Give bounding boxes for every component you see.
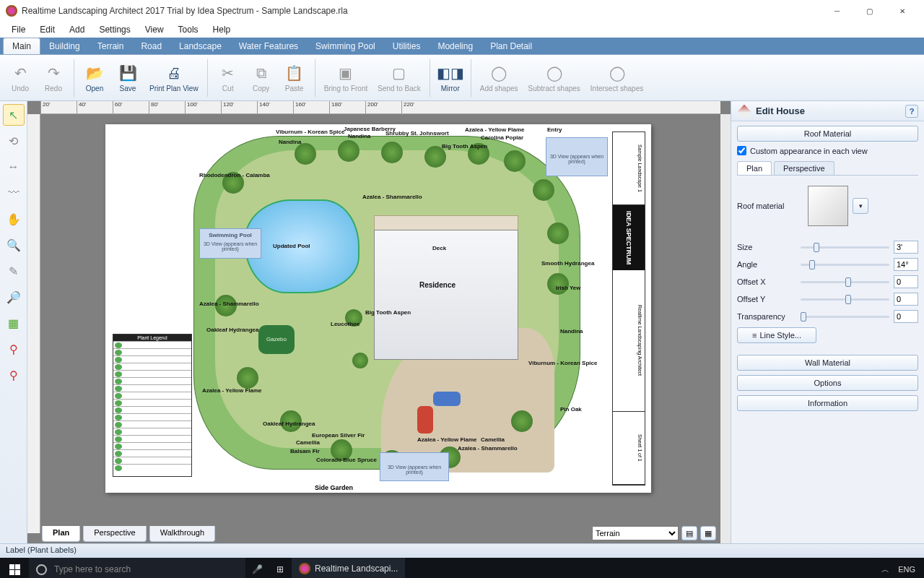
maximize-button[interactable]: ▢ (853, 0, 886, 22)
window-titlebar: Realtime Landscaping Architect 2017 Tria… (0, 0, 924, 22)
menu-help[interactable]: Help (206, 23, 238, 36)
roof-material-dropdown[interactable]: ▾ (853, 198, 868, 214)
scissors-icon: ✂ (218, 63, 238, 83)
roof-material-button[interactable]: Roof Material (737, 126, 918, 142)
transparency-slider[interactable] (801, 310, 889, 323)
bring-front-button[interactable]: ▣Bring to Front (320, 61, 372, 94)
mirror-button[interactable]: ◧◨Mirror (435, 61, 466, 94)
size-slider[interactable] (801, 241, 889, 254)
status-text: Label (Plant Labels) (6, 545, 77, 554)
rotate-tool[interactable]: ⟲ (3, 130, 25, 152)
view-tab-perspective[interactable]: Perspective (83, 526, 146, 542)
tab-utilities[interactable]: Utilities (384, 38, 430, 54)
wall-material-button[interactable]: Wall Material (737, 355, 918, 371)
custom-appearance-checkbox[interactable]: Custom appearance in each view (737, 146, 918, 155)
menu-file[interactable]: File (4, 23, 32, 36)
offsety-slider[interactable] (801, 293, 889, 306)
vertical-scrollbar[interactable] (720, 114, 731, 543)
tab-main[interactable]: Main (3, 38, 40, 54)
send-back-button[interactable]: ▢Send to Back (373, 61, 424, 94)
tab-plandetail[interactable]: Plan Detail (481, 38, 541, 54)
int-shapes-icon: ◯ (607, 63, 627, 83)
tray-lang[interactable]: ENG (898, 565, 915, 574)
grid-button[interactable]: ▦ (700, 526, 716, 540)
menu-view[interactable]: View (138, 23, 171, 36)
roof-material-swatch[interactable] (808, 186, 848, 226)
tray-chevron-icon[interactable]: ︿ (881, 564, 889, 575)
copy-icon: ⧉ (251, 63, 271, 83)
snap-angle-tool[interactable]: ⚲ (3, 364, 25, 386)
view-tabs: Plan Perspective Walkthrough (42, 526, 215, 542)
select-tool[interactable]: ↖ (3, 104, 25, 126)
menu-add[interactable]: Add (62, 23, 92, 36)
design-canvas[interactable]: Deck Residence Updated Pool Gazebo (40, 114, 720, 543)
zoom-tool[interactable]: 🔍 (3, 234, 25, 256)
curve-tool[interactable]: 〰 (3, 182, 25, 204)
tab-landscape[interactable]: Landscape (170, 38, 230, 54)
tab-terrain[interactable]: Terrain (89, 38, 133, 54)
terrain-dropdown[interactable]: Terrain (592, 526, 679, 540)
eyedropper-tool[interactable]: ✎ (3, 260, 25, 282)
front-icon: ▣ (336, 63, 356, 83)
subtab-plan[interactable]: Plan (737, 161, 772, 175)
redo-button[interactable]: ↷Redo (38, 61, 69, 94)
line-style-button[interactable]: ≡ Line Style... (737, 327, 816, 343)
subtract-shapes-button[interactable]: ◯Subtract shapes (524, 61, 585, 94)
tab-building[interactable]: Building (40, 38, 89, 54)
system-tray[interactable]: ︿ ENG (873, 564, 924, 575)
menu-settings[interactable]: Settings (92, 23, 137, 36)
residence-label: Residence (419, 281, 456, 289)
copy-button[interactable]: ⧉Copy (245, 61, 277, 94)
close-button[interactable]: ✕ (886, 0, 918, 22)
offsetx-input[interactable] (894, 275, 918, 288)
transparency-input[interactable] (894, 310, 918, 323)
subtab-perspective[interactable]: Perspective (774, 161, 834, 175)
viewbox-tr: 3D View (appears when printed) (546, 137, 608, 176)
tab-modeling[interactable]: Modeling (429, 38, 481, 54)
undo-icon: ↶ (10, 63, 30, 83)
snap-tool[interactable]: ⚲ (3, 338, 25, 360)
vertical-ruler (27, 114, 40, 533)
size-input[interactable] (894, 241, 918, 254)
options-button[interactable]: Options (737, 375, 918, 391)
minimize-button[interactable]: ─ (821, 0, 853, 22)
grid-tool[interactable]: ▦ (3, 312, 25, 334)
move-tool[interactable]: ↔ (3, 156, 25, 178)
taskbar-search[interactable]: Type here to search (29, 558, 245, 578)
offsety-input[interactable] (894, 293, 918, 306)
offsetx-slider[interactable] (801, 275, 889, 288)
open-button[interactable]: 📂Open (79, 61, 110, 94)
angle-input[interactable] (894, 258, 918, 271)
canvas-bottom-right: Terrain ▤ ▦ (592, 526, 716, 540)
ribbon: ↶Undo ↷Redo 📂Open 💾Save 🖨Print Plan View… (0, 55, 924, 101)
menu-bar: File Edit Add Settings View Tools Help (0, 22, 924, 38)
view-tab-plan[interactable]: Plan (42, 526, 80, 542)
panel-title: Edit House (756, 105, 805, 116)
paste-button[interactable]: 📋Paste (279, 61, 310, 94)
tab-pool[interactable]: Swimming Pool (307, 38, 384, 54)
pan-tool[interactable]: ✋ (3, 208, 25, 230)
taskbar-app[interactable]: Realtime Landscapi... (292, 558, 405, 578)
layers-button[interactable]: ▤ (681, 526, 697, 540)
angle-slider[interactable] (801, 258, 889, 271)
cut-button[interactable]: ✂Cut (212, 61, 244, 94)
menu-edit[interactable]: Edit (32, 23, 62, 36)
canvas-area: 20'40'60' 80'100'120' 140'160'180' 200'2… (27, 101, 731, 543)
start-button[interactable] (0, 558, 29, 578)
help-button[interactable]: ? (905, 105, 918, 118)
intersect-shapes-button[interactable]: ◯Intersect shapes (586, 61, 648, 94)
save-button[interactable]: 💾Save (112, 61, 144, 94)
tab-road[interactable]: Road (132, 38, 170, 54)
tab-water[interactable]: Water Features (230, 38, 307, 54)
print-button[interactable]: 🖨Print Plan View (145, 61, 203, 94)
view-tab-walkthrough[interactable]: Walkthrough (149, 526, 215, 542)
add-shapes-button[interactable]: ◯Add shapes (476, 61, 523, 94)
zoom-fit-tool[interactable]: 🔎 (3, 286, 25, 308)
menu-tools[interactable]: Tools (171, 23, 206, 36)
undo-button[interactable]: ↶Undo (4, 61, 36, 94)
mic-button[interactable]: 🎤 (245, 564, 269, 574)
taskview-button[interactable]: ⊞ (269, 564, 292, 574)
information-button[interactable]: Information (737, 395, 918, 411)
redo-icon: ↷ (43, 63, 64, 83)
plant-legend: Plant Legend (113, 334, 192, 477)
